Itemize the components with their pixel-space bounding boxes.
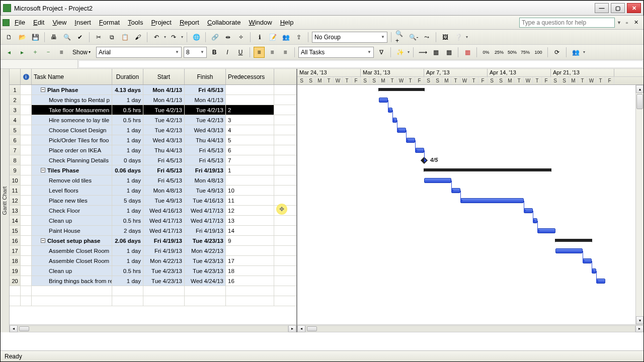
- table-row[interactable]: 6Pick/Order Tiles for floo1 dayWed 4/3/1…: [10, 135, 296, 145]
- filter-combo[interactable]: All Tasks▼: [298, 47, 374, 58]
- cell-dur[interactable]: 0.5 hrs: [112, 216, 143, 225]
- cell-pred[interactable]: 18: [226, 266, 274, 276]
- help-button[interactable]: ❔: [453, 32, 464, 43]
- cell-taskname[interactable]: Paint House: [32, 226, 112, 235]
- cell-dur[interactable]: 0.06 days: [112, 165, 143, 175]
- menu-view[interactable]: View: [48, 17, 70, 28]
- outline-toggle-icon[interactable]: −: [41, 168, 45, 172]
- cell-info[interactable]: [21, 155, 32, 165]
- split-task-button[interactable]: ✧: [235, 32, 247, 43]
- cell-pred[interactable]: 1: [226, 165, 274, 175]
- bold-button[interactable]: B: [209, 47, 220, 58]
- goto-task-button[interactable]: ⤳: [421, 32, 432, 43]
- pct-100-button[interactable]: 100: [533, 47, 544, 58]
- task-notes-button[interactable]: 📝: [267, 32, 278, 43]
- cell-rownum[interactable]: 19: [10, 266, 21, 276]
- scroll-left-button[interactable]: ◂: [10, 325, 18, 332]
- cell-dur[interactable]: 1 day: [112, 175, 143, 185]
- cell-rownum[interactable]: 17: [10, 246, 21, 255]
- outline-toggle-icon[interactable]: −: [41, 87, 45, 92]
- cell-pred[interactable]: [226, 296, 274, 306]
- cell-finish[interactable]: Fri 4/5/13: [185, 145, 226, 155]
- cell-dur[interactable]: 0.5 hrs: [112, 115, 143, 125]
- cell-taskname[interactable]: Remove old tiles: [32, 175, 112, 185]
- table-row[interactable]: 1−Plan Phase4.13 daysMon 4/1/13Fri 4/5/1…: [10, 85, 296, 95]
- unlink-tasks-button[interactable]: ⇹: [222, 32, 233, 43]
- cell-rownum[interactable]: 9: [10, 165, 21, 175]
- cell-dur[interactable]: 1 day: [112, 135, 143, 145]
- cell-rownum[interactable]: [10, 286, 21, 296]
- table-row[interactable]: 7Place order on IKEA1 dayThu 4/4/13Fri 4…: [10, 145, 296, 155]
- cell-info[interactable]: [21, 206, 32, 215]
- cell-finish[interactable]: Wed 4/17/13: [185, 216, 226, 225]
- cell-start[interactable]: Tue 4/23/13: [143, 266, 185, 276]
- cell-taskname[interactable]: Level floors: [32, 186, 112, 195]
- cell-info[interactable]: [21, 175, 32, 185]
- table-row[interactable]: 15Paint House2 daysWed 4/17/13Fri 4/19/1…: [10, 226, 296, 236]
- cell-pred[interactable]: 5: [226, 135, 274, 145]
- tb-icon-3[interactable]: ▦: [462, 47, 473, 58]
- cell-pred[interactable]: 17: [226, 256, 274, 265]
- table-row[interactable]: 12Place new tiles5 daysTue 4/9/13Tue 4/1…: [10, 196, 296, 206]
- cell-finish[interactable]: Mon 4/1/13: [185, 95, 226, 105]
- scroll-right-button[interactable]: ▸: [288, 325, 296, 332]
- outline-toggle-icon[interactable]: −: [41, 238, 45, 243]
- cell-finish[interactable]: Wed 4/24/13: [185, 276, 226, 286]
- cell-finish[interactable]: Tue 4/23/13: [185, 256, 226, 265]
- gantt-task-bar[interactable]: [555, 248, 583, 253]
- cell-pred[interactable]: 14: [226, 226, 274, 235]
- tb-icon-2[interactable]: ▦: [443, 47, 454, 58]
- cell-taskname[interactable]: Bring things back from ren: [32, 276, 112, 286]
- scroll-down-button[interactable]: ▾: [636, 316, 643, 324]
- cell-rownum[interactable]: 3: [10, 105, 21, 115]
- cell-start[interactable]: Tue 4/2/13: [143, 125, 185, 135]
- menu-report[interactable]: Report: [176, 17, 203, 28]
- cell-pred[interactable]: [226, 175, 274, 185]
- outdent-arrow-icon[interactable]: ◂: [4, 47, 15, 58]
- header-rownum[interactable]: [10, 69, 21, 84]
- close-doc-icon[interactable]: ✕: [632, 19, 639, 26]
- cell-start[interactable]: Fri 4/19/13: [143, 246, 185, 255]
- maximize-button[interactable]: ▢: [611, 3, 625, 13]
- table-row[interactable]: 8Check Planning Details0 daysFri 4/5/13F…: [10, 155, 296, 165]
- view-bar[interactable]: Gantt Chart: [1, 69, 10, 332]
- scroll-up-button[interactable]: ▴: [636, 85, 643, 93]
- cell-info[interactable]: [21, 216, 32, 225]
- cell-dur[interactable]: 4.13 days: [112, 85, 143, 95]
- redo-button[interactable]: ↷: [168, 32, 179, 43]
- hide-subtasks-icon[interactable]: －: [43, 47, 54, 58]
- cell-pred[interactable]: 10: [226, 186, 274, 195]
- table-row[interactable]: 19Clean up0.5 hrsTue 4/23/13Tue 4/23/131…: [10, 266, 296, 276]
- cell-finish[interactable]: Wed 4/17/13: [185, 206, 226, 215]
- cell-pred[interactable]: 11: [226, 196, 274, 205]
- cell-dur[interactable]: 1 day: [112, 256, 143, 265]
- copy-picture-button[interactable]: 🖼: [440, 32, 451, 43]
- cell-finish[interactable]: [185, 296, 226, 306]
- align-left-button[interactable]: ≡: [254, 47, 265, 58]
- table-row[interactable]: 9−Tiles Phase0.06 daysFri 4/5/13Fri 4/19…: [10, 165, 296, 175]
- cell-dur[interactable]: 1 day: [112, 145, 143, 155]
- header-finish[interactable]: Finish: [185, 69, 226, 84]
- cell-finish[interactable]: Tue 4/16/13: [185, 196, 226, 205]
- zoom-in-button[interactable]: 🔍+: [395, 32, 406, 43]
- cell-start[interactable]: Thu 4/4/13: [143, 145, 185, 155]
- cell-dur[interactable]: 1 day: [112, 246, 143, 255]
- gantt-summary-bar[interactable]: [379, 88, 424, 91]
- cell-taskname[interactable]: Check Planning Details: [32, 155, 112, 165]
- copy-button[interactable]: ⧉: [106, 32, 117, 43]
- menu-help[interactable]: Help: [276, 17, 298, 28]
- table-row[interactable]: [10, 296, 296, 306]
- menu-format[interactable]: Format: [95, 17, 124, 28]
- cell-dur[interactable]: 1 day: [112, 206, 143, 215]
- cell-pred[interactable]: 6: [226, 145, 274, 155]
- restore-window-icon[interactable]: ▫: [623, 20, 630, 26]
- gantt-task-bar[interactable]: [379, 98, 388, 103]
- cell-start[interactable]: Mon 4/1/13: [143, 85, 185, 95]
- table-row[interactable]: 16−Closet setup phase2.06 daysFri 4/19/1…: [10, 236, 296, 246]
- cell-finish[interactable]: Fri 4/19/13: [185, 165, 226, 175]
- align-center-button[interactable]: ≡: [267, 47, 278, 58]
- menu-insert[interactable]: Insert: [70, 17, 95, 28]
- cell-finish[interactable]: Tue 4/2/13: [185, 105, 226, 115]
- table-row[interactable]: [10, 286, 296, 296]
- cell-rownum[interactable]: 12: [10, 196, 21, 205]
